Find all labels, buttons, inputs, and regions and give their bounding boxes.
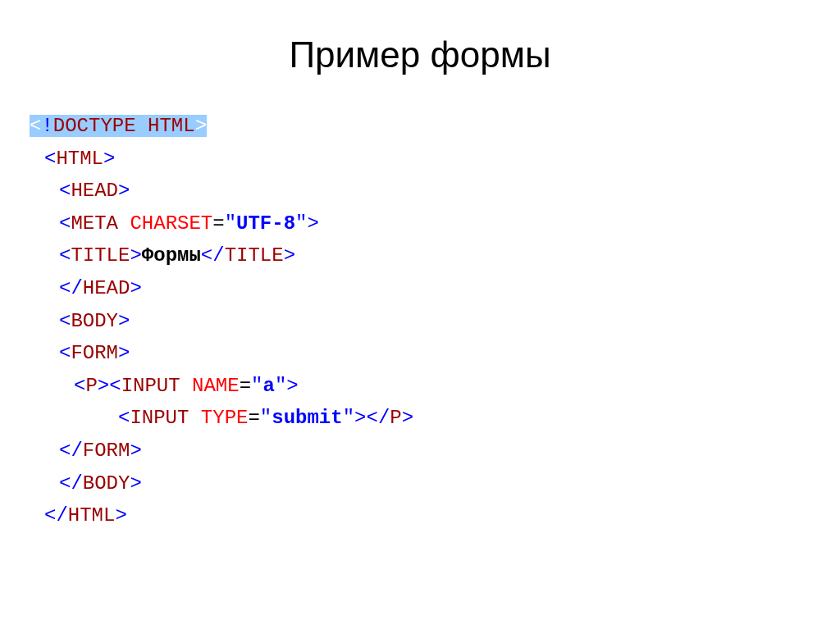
space [180,375,192,397]
name-attr: NAME [192,375,240,397]
code-line-3: <HEAD> [30,175,840,207]
code-line-9: <P><INPUT NAME="a"> [30,370,840,403]
utf8-val: UTF-8 [236,212,295,235]
angle-open: < [59,440,71,462]
angle-open: < [59,180,71,202]
charset-attr: CHARSET [130,212,212,235]
angle-close: > [118,342,130,364]
code-line-12: </BODY> [30,467,840,500]
slash: / [71,440,82,462]
slash: / [71,472,82,495]
angle-open: < [74,375,85,397]
angle-close: > [130,277,141,299]
body-close-tag: BODY [83,472,130,495]
angle-close: > [286,375,298,397]
form-tag: FORM [71,342,118,364]
input-tag: INPUT [130,407,189,429]
slide-container: Пример формы <!DOCTYPE HTML> <HTML> <HEA… [0,0,840,629]
code-line-11: </FORM> [30,435,840,467]
head-tag: HEAD [71,180,118,202]
equals: = [248,407,259,429]
input-tag: INPUT [121,375,180,397]
space [189,407,200,429]
angle-open: < [59,277,71,299]
angle-close: > [354,407,366,429]
angle-open: < [118,407,130,429]
angle-open: < [30,115,41,137]
doctype-html: HTML [148,115,195,137]
code-line-13: </HTML> [30,499,840,532]
quote: " [260,407,272,429]
title-close-tag: TITLE [225,244,284,267]
angle-close: > [130,244,141,267]
quote: " [225,212,236,235]
angle-close: > [103,148,115,170]
head-close-tag: HEAD [83,277,130,299]
form-close-tag: FORM [83,440,130,462]
p-close-tag: P [390,407,401,429]
code-block: <!DOCTYPE HTML> <HTML> <HEAD> <META CHAR… [0,110,840,532]
angle-close: > [307,212,318,235]
quote: " [343,407,354,429]
space [118,212,130,235]
angle-close: > [402,407,413,429]
angle-close: > [284,244,295,267]
angle-open: < [59,342,71,364]
angle-open: < [44,504,56,526]
code-line-1: <!DOCTYPE HTML> [30,110,840,143]
angle-open: < [59,472,71,495]
angle-close: > [118,180,130,202]
equals: = [240,375,251,397]
meta-tag: META [71,212,118,235]
quote: " [295,212,307,235]
angle-close: > [130,472,141,495]
angle-open: < [366,407,377,429]
angle-close: > [115,504,126,526]
p-tag: P [85,375,97,397]
html-tag: HTML [56,148,103,170]
code-line-2: <HTML> [30,143,840,175]
angle-close: > [130,440,141,462]
quote: " [251,375,262,397]
slash: / [212,244,224,267]
title-tag: TITLE [71,244,130,267]
angle-open: < [201,244,212,267]
angle-open: < [59,310,71,332]
quote: " [275,375,286,397]
code-line-6: </HEAD> [30,272,840,305]
code-line-8: <FORM> [30,337,840,370]
angle-open: < [109,375,121,397]
code-line-4: <META CHARSET="UTF-8"> [30,207,840,240]
equals: = [212,212,224,235]
html-close-tag: HTML [68,504,116,526]
code-line-7: <BODY> [30,305,840,338]
body-tag: BODY [71,310,118,332]
doctype-bang: ! [41,115,52,137]
code-line-10: <INPUT TYPE="submit"></P> [30,402,840,435]
code-line-5: <TITLE>Формы</TITLE> [30,239,840,272]
angle-open: < [59,212,71,235]
angle-open: < [44,148,56,170]
angle-close: > [195,115,207,137]
doctype-kw: DOCTYPE [53,115,136,137]
space [136,115,148,137]
type-attr: TYPE [201,407,249,429]
angle-close: > [98,375,109,397]
submit-val: submit [272,407,342,429]
slide-title: Пример формы [0,34,840,75]
title-text: Формы [142,244,201,267]
angle-close: > [118,310,130,332]
slash: / [378,407,390,429]
angle-open: < [59,244,71,267]
slash: / [71,277,82,299]
slash: / [56,504,67,526]
a-val: a [262,375,274,397]
